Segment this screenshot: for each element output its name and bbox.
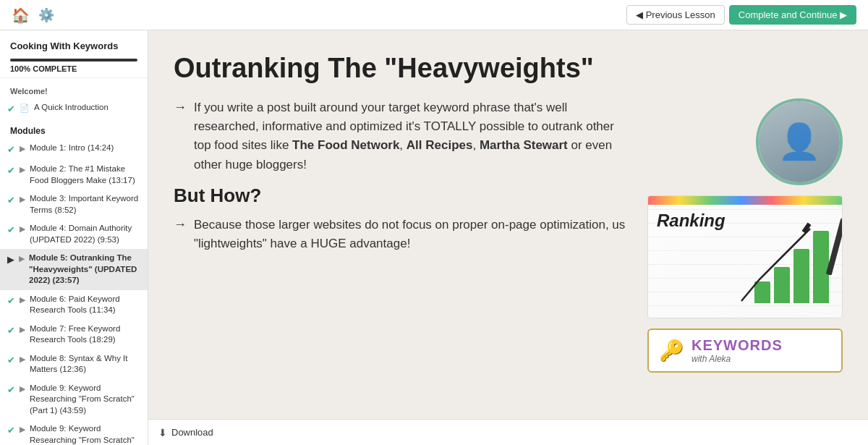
slide-title: Outranking The "Heavyweights" xyxy=(174,52,723,85)
nav-buttons: ◀ Previous Lesson Complete and Continue … xyxy=(626,5,856,25)
course-title: Cooking With Keywords xyxy=(10,41,137,53)
key-icon: 🔑 xyxy=(659,339,684,363)
video-icon-7: ▶ xyxy=(20,324,25,335)
sidebar-item-module3[interactable]: ✔ ▶ Module 3: Important Keyword Terms (8… xyxy=(0,190,148,219)
keywords-badge: 🔑 KEYWORDS with Aleka xyxy=(647,329,843,373)
check-icon-8: ✔ xyxy=(7,354,15,367)
video-icon-2: ▶ xyxy=(20,164,25,175)
point-text-1: If you write a post built around your ta… xyxy=(194,98,633,174)
svg-rect-0 xyxy=(802,222,812,233)
previous-lesson-button[interactable]: ◀ Previous Lesson xyxy=(626,5,725,25)
slide-point-2: → Because those larger websites do not f… xyxy=(174,216,633,254)
module8-label: Module 8: Syntax & Why It Matters (12:36… xyxy=(30,353,140,376)
ranking-chart: Ranking xyxy=(647,195,843,318)
keywords-brand-text: KEYWORDS xyxy=(692,337,783,354)
keywords-sub-text: with Aleka xyxy=(692,354,783,364)
person-silhouette-icon: 👤 xyxy=(778,122,821,162)
welcome-section-label: Welcome! xyxy=(0,78,148,98)
top-nav: 🏠 ⚙️ ◀ Previous Lesson Complete and Cont… xyxy=(0,0,868,30)
play-icon-5: ▶ xyxy=(7,253,14,266)
main-layout: Cooking With Keywords 100% COMPLETE Welc… xyxy=(0,30,868,445)
module1-label: Module 1: Intro (14:24) xyxy=(30,143,140,154)
check-icon-1: ✔ xyxy=(7,143,15,156)
video-icon-1: ▶ xyxy=(20,143,25,154)
check-icon-2: ✔ xyxy=(7,164,15,177)
point-text-2: Because those larger websites do not foc… xyxy=(194,216,633,254)
module6-label: Module 6: Paid Keyword Research Tools (1… xyxy=(30,294,140,316)
sidebar-item-module8[interactable]: ✔ ▶ Module 8: Syntax & Why It Matters (1… xyxy=(0,349,148,379)
check-icon-9b: ✔ xyxy=(7,424,15,437)
slide-body: → If you write a post built around your … xyxy=(174,98,843,401)
progress-fill xyxy=(10,59,137,62)
check-icon-6: ✔ xyxy=(7,294,15,308)
sidebar-header: Cooking With Keywords 100% COMPLETE xyxy=(0,30,148,78)
progress-label: 100% COMPLETE xyxy=(10,64,137,73)
module4-label: Module 4: Domain Authority (UPDATED 2022… xyxy=(30,223,140,245)
sidebar-item-module1[interactable]: ✔ ▶ Module 1: Intro (14:24) xyxy=(0,139,148,160)
check-icon-3: ✔ xyxy=(7,194,15,207)
sidebar-item-module4[interactable]: ✔ ▶ Module 4: Domain Authority (UPDATED … xyxy=(0,219,148,249)
arrow-icon-1: → xyxy=(174,100,187,115)
ranking-label: Ranking xyxy=(657,211,726,231)
download-label[interactable]: Download xyxy=(171,427,213,438)
module5-label: Module 5: Outranking The "Heavyweights" … xyxy=(29,253,140,287)
video-wrapper: Outranking The "Heavyweights" → If you w… xyxy=(148,30,868,419)
download-icon: ⬇ xyxy=(158,427,167,438)
welcome-item-label: A Quick Introduction xyxy=(34,102,140,114)
module9a-label: Module 9: Keyword Researching "From Scra… xyxy=(30,383,140,417)
module9b-label: Module 9: Keyword Researching "From Scra… xyxy=(30,423,140,445)
but-how-heading: But How? xyxy=(174,185,633,207)
slide-image-col: 👤 Ranking xyxy=(647,98,843,401)
video-icon-8: ▶ xyxy=(20,354,25,365)
sidebar: Cooking With Keywords 100% COMPLETE Welc… xyxy=(0,30,148,445)
complete-continue-button[interactable]: Complete and Continue ▶ xyxy=(729,5,856,25)
sidebar-item-module2[interactable]: ✔ ▶ Module 2: The #1 Mistake Food Blogge… xyxy=(0,160,148,190)
slide-point-1: → If you write a post built around your … xyxy=(174,98,633,174)
nav-left: 🏠 ⚙️ xyxy=(12,7,54,24)
doc-icon: 📄 xyxy=(20,103,30,114)
check-circle-icon: ✔ xyxy=(7,103,15,116)
video-icon-3: ▶ xyxy=(20,194,25,205)
video-icon-4: ▶ xyxy=(20,224,25,234)
sidebar-item-module9a[interactable]: ✔ ▶ Module 9: Keyword Researching "From … xyxy=(0,379,148,420)
keywords-brand-col: KEYWORDS with Aleka xyxy=(692,337,783,364)
check-icon-7: ✔ xyxy=(7,324,15,337)
check-icon-4: ✔ xyxy=(7,224,15,237)
presenter-avatar: 👤 xyxy=(756,98,843,185)
video-icon-9b: ▶ xyxy=(20,424,25,435)
arrow-icon-2: → xyxy=(174,217,187,232)
sidebar-item-module7[interactable]: ✔ ▶ Module 7: Free Keyword Research Tool… xyxy=(0,320,148,349)
check-icon-9a: ✔ xyxy=(7,383,15,397)
module3-label: Module 3: Important Keyword Terms (8:52) xyxy=(30,193,140,216)
avatar-bg: 👤 xyxy=(759,101,840,182)
video-icon-6: ▶ xyxy=(20,294,25,305)
slide-text-col: → If you write a post built around your … xyxy=(174,98,633,401)
slide-frame: Outranking The "Heavyweights" → If you w… xyxy=(148,30,868,419)
module7-label: Module 7: Free Keyword Research Tools (1… xyxy=(30,323,140,346)
progress-track xyxy=(10,59,137,62)
content-area: Outranking The "Heavyweights" → If you w… xyxy=(148,30,868,445)
progress-bar-wrap: 100% COMPLETE xyxy=(10,59,137,73)
video-icon-5: ▶ xyxy=(19,253,25,264)
sidebar-item-module9b[interactable]: ✔ ▶ Module 9: Keyword Researching "From … xyxy=(0,420,148,445)
home-icon[interactable]: 🏠 xyxy=(12,7,30,24)
module2-label: Module 2: The #1 Mistake Food Bloggers M… xyxy=(30,164,140,186)
download-bar: ⬇ Download xyxy=(148,419,868,445)
sidebar-item-module6[interactable]: ✔ ▶ Module 6: Paid Keyword Research Tool… xyxy=(0,290,148,320)
sidebar-item-intro[interactable]: ✔ 📄 A Quick Introduction xyxy=(0,98,148,119)
modules-label: Modules xyxy=(0,119,148,139)
settings-icon[interactable]: ⚙️ xyxy=(38,7,54,23)
video-icon-9a: ▶ xyxy=(20,383,25,394)
sidebar-item-module5[interactable]: ▶ ▶ Module 5: Outranking The "Heavyweigh… xyxy=(0,249,148,290)
